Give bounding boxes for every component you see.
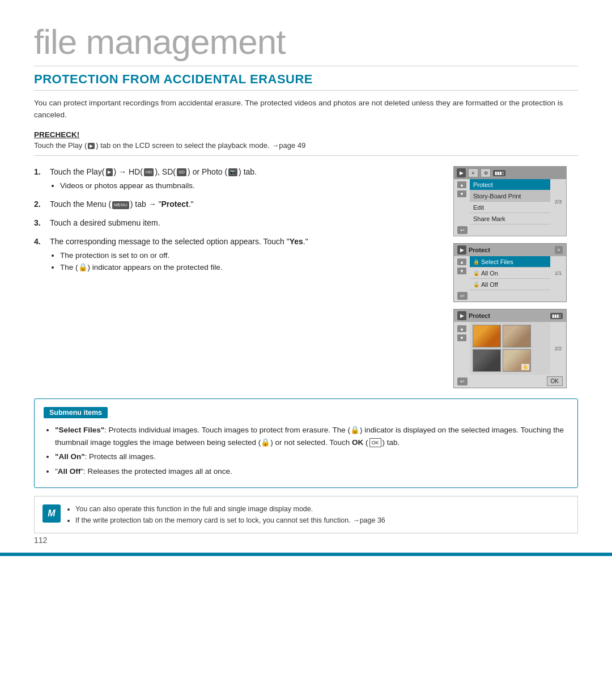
ui-footer-2: ↩	[454, 290, 566, 302]
ui-screenshots-column: ▶ ≡ ⚙ ▮▮▮▯ ▲ ▼ Protect	[453, 166, 578, 388]
step-2: 2. Touch the Menu (MENU) tab → "Protect.…	[34, 198, 442, 210]
ui-edit-label: Edit	[473, 204, 547, 211]
ui-screenshot-1: ▶ ≡ ⚙ ▮▮▮▯ ▲ ▼ Protect	[453, 166, 567, 236]
submenu-alloff-bold: All Off	[58, 467, 81, 476]
step-4: 4. The corresponding message to the sele…	[34, 236, 442, 273]
ui-allon-icon: 🔒	[473, 270, 479, 276]
step-3: 3. Touch a desired submenu item.	[34, 217, 442, 229]
submenu-item-alloff: "All Off": Releases the protected images…	[55, 465, 568, 478]
sd-icon: SD	[177, 168, 186, 176]
ui-nav-area-2: ▲ ▼	[454, 256, 470, 290]
steps-list: 1. Touch the Play(▶) → HD(HD), SD(SD) or…	[34, 166, 442, 273]
ui-gear-icon-1: ⚙	[481, 168, 491, 177]
ui-selectfiles-label: Select Files	[481, 258, 547, 265]
precheck-label: PRECHECK!	[34, 130, 578, 139]
step-number-3: 3.	[34, 217, 45, 229]
step-4-bullet-2: The (🔒) indicator appears on the protect…	[60, 262, 442, 273]
ui-play-icon-2: ▶	[457, 245, 466, 254]
ui-nav-down-2[interactable]: ▼	[457, 268, 466, 274]
ui-back-btn-3[interactable]: ↩	[457, 377, 468, 385]
ui-screenshot-3: ▶ Protect ▮▮▮▯ ▲ ▼ 👆	[453, 309, 567, 388]
ui-page-num-2: 1/1	[555, 270, 562, 276]
ui-thumb-4[interactable]: 👆	[503, 349, 531, 372]
ui-back-btn-1[interactable]: ↩	[457, 226, 468, 234]
ui-nav-up-3[interactable]: ▲	[457, 325, 466, 332]
ui-sharemark-label: Share Mark	[473, 215, 547, 222]
ui-page-num-3: 2/2	[555, 346, 562, 351]
ui-ok-btn-3[interactable]: OK	[547, 376, 563, 386]
ui-menu-row-storyboard[interactable]: Story-Board Print	[470, 190, 550, 202]
ui-menu-icon-1: ≡	[468, 168, 478, 177]
step-1-bullets: Videos or photos appear as thumbnails.	[50, 180, 442, 192]
note-icon: M	[42, 504, 61, 523]
ui-page-counter-1: 2/3	[550, 179, 566, 224]
step-1: 1. Touch the Play(▶) → HD(HD), SD(SD) or…	[34, 166, 442, 192]
precheck-section: PRECHECK! Touch the Play (▶) tab on the …	[34, 130, 578, 156]
ui-page-counter-3: 2/2	[550, 322, 566, 375]
ui-nav-up-2[interactable]: ▲	[457, 258, 466, 265]
ui-menu-items-2: 🔒 Select Files 🔒 All On 🔓 All Off	[470, 256, 550, 290]
submenu-item-allon: "All On": Protects all images.	[55, 451, 568, 463]
step-1-bullet-1: Videos or photos appear as thumbnails.	[60, 180, 442, 192]
ui-nav-down-1[interactable]: ▼	[457, 190, 466, 197]
ui-header-2: ▶ Protect ×	[454, 244, 566, 256]
ui-battery-1: ▮▮▮▯	[493, 170, 505, 176]
ui-menu-row-protect[interactable]: Protect	[470, 179, 550, 190]
yes-bold: Yes	[290, 237, 303, 246]
steps-column: 1. Touch the Play(▶) → HD(HD), SD(SD) or…	[34, 166, 442, 388]
note-item-2: If the write protection tab on the memor…	[75, 515, 385, 526]
ui-menu-row-edit[interactable]: Edit	[470, 202, 550, 213]
ui-thumb-1[interactable]	[473, 325, 501, 347]
ui-nav-area-1: ▲ ▼	[454, 179, 470, 224]
ui-header-1: ▶ ≡ ⚙ ▮▮▮▯	[454, 167, 566, 179]
intro-text: You can protect important recordings fro…	[34, 97, 578, 121]
step-number-1: 1.	[34, 166, 45, 192]
ui-back-btn-2[interactable]: ↩	[457, 292, 468, 300]
ui-play-icon-3: ▶	[457, 311, 466, 320]
submenu-selectfiles-bold: "Select Files"	[55, 426, 104, 434]
ui-alloff-label: All Off	[481, 281, 547, 288]
ok-bold: OK	[352, 438, 363, 447]
ui-nav-down-3[interactable]: ▼	[457, 334, 466, 341]
step-content-1: Touch the Play(▶) → HD(HD), SD(SD) or Ph…	[50, 166, 442, 192]
ui-thumb-2[interactable]	[503, 325, 531, 347]
main-content: 1. Touch the Play(▶) → HD(HD), SD(SD) or…	[34, 166, 578, 388]
ui-close-btn-2[interactable]: ×	[555, 246, 563, 254]
step-content-4: The corresponding message to the selecte…	[50, 236, 442, 273]
ui-menu-row-allon[interactable]: 🔒 All On	[470, 268, 550, 279]
ui-protect-label: Protect	[473, 181, 547, 188]
ui-thumbnails-grid: 👆	[470, 322, 550, 375]
ui-allon-label: All On	[481, 270, 547, 277]
play-icon: ▶	[88, 143, 95, 149]
step-content-3: Touch a desired submenu item.	[50, 217, 442, 229]
ui-play-icon-1: ▶	[457, 168, 466, 177]
menu-icon: MENU	[112, 201, 129, 209]
submenu-items-list: "Select Files": Protects individual imag…	[44, 424, 568, 477]
ui-storyboard-label: Story-Board Print	[473, 193, 547, 200]
ui-nav-area-3: ▲ ▼	[454, 322, 470, 375]
hd-icon: HD	[144, 168, 154, 176]
ui-header-3: ▶ Protect ▮▮▮▯	[454, 309, 566, 322]
page-title: file management	[34, 23, 578, 66]
submenu-title: Submenu items	[44, 407, 108, 418]
ui-footer-3: ↩ OK	[454, 375, 566, 388]
ui-page-counter-2: 1/1	[550, 256, 566, 290]
step-content-2: Touch the Menu (MENU) tab → "Protect."	[50, 198, 442, 210]
bottom-bar	[0, 553, 612, 556]
ui-page-num-1: 2/3	[555, 199, 562, 205]
ui-menu-row-alloff[interactable]: 🔓 All Off	[470, 279, 550, 290]
ui-nav-up-1[interactable]: ▲	[457, 181, 466, 188]
protect-bold: Protect	[162, 200, 189, 209]
step-number-2: 2.	[34, 198, 45, 210]
ui-menu-row-selectfiles[interactable]: 🔒 Select Files	[470, 256, 550, 268]
ui-thumb-3[interactable]	[473, 349, 501, 372]
step-number-4: 4.	[34, 236, 45, 273]
ui-alloff-icon: 🔓	[473, 282, 479, 287]
ui-menu-row-sharemark[interactable]: Share Mark	[470, 213, 550, 224]
ui-footer-1: ↩	[454, 224, 566, 236]
ui-protect-title-3: Protect	[469, 312, 548, 319]
ui-menu-items-1: Protect Story-Board Print Edit Share Mar…	[470, 179, 550, 224]
submenu-allon-bold: "All On"	[55, 452, 85, 461]
ui-menu-area-1: ▲ ▼ Protect Story-Board Print Edit	[454, 179, 566, 224]
ui-selectfiles-icon: 🔒	[473, 259, 479, 265]
